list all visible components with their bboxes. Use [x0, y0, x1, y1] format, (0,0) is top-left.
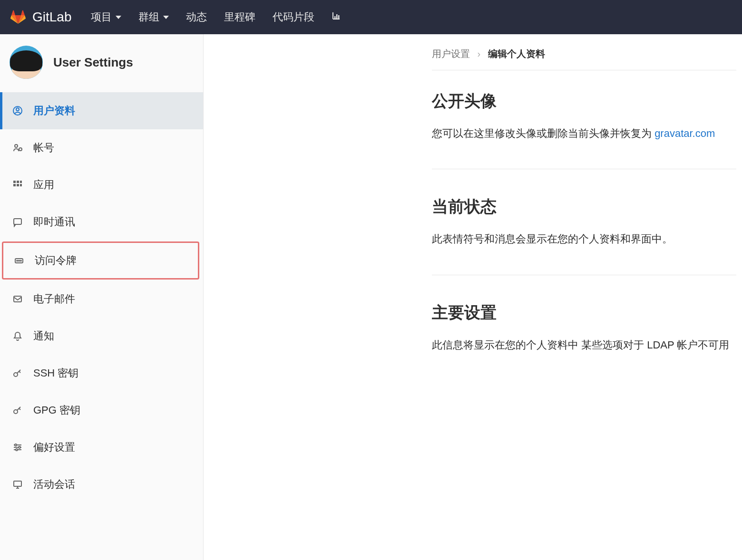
avatar[interactable]	[10, 46, 43, 79]
sidebar-item-notifications[interactable]: 通知	[0, 318, 203, 355]
svg-point-15	[17, 261, 18, 261]
key-icon	[12, 368, 23, 378]
nav-projects[interactable]: 项目	[91, 10, 121, 24]
chevron-down-icon	[116, 16, 121, 19]
svg-rect-9	[20, 181, 22, 183]
sidebar-item-chat[interactable]: 即时通讯	[0, 203, 203, 241]
nav-milestones[interactable]: 里程碑	[224, 10, 255, 24]
chart-icon	[332, 11, 341, 23]
section-title: 公开头像	[432, 90, 736, 112]
svg-point-22	[19, 446, 20, 448]
svg-point-21	[15, 444, 17, 446]
svg-point-20	[14, 410, 18, 414]
preferences-icon	[12, 442, 23, 453]
apps-icon	[12, 180, 23, 190]
svg-point-19	[14, 373, 18, 377]
sidebar-item-emails[interactable]: 电子邮件	[0, 280, 203, 318]
gpg-key-icon	[12, 405, 23, 415]
sidebar-item-profile[interactable]: 用户资料	[0, 92, 203, 129]
svg-rect-0	[334, 16, 336, 19]
sidebar-item-label: 通知	[33, 329, 54, 343]
account-icon	[12, 143, 23, 153]
sidebar-item-gpg-keys[interactable]: GPG 密钥	[0, 392, 203, 429]
settings-sidebar: User Settings 用户资料 帐号 应用 即时通讯	[0, 34, 204, 560]
notification-icon	[12, 331, 23, 341]
main-content: 用户设置 › 编辑个人资料 公开头像 您可以在这里修改头像或删除当前头像并恢复为…	[204, 34, 742, 560]
sidebar-item-sessions[interactable]: 活动会话	[0, 466, 203, 503]
gravatar-link[interactable]: gravatar.com	[654, 127, 715, 139]
chevron-down-icon	[163, 16, 169, 19]
sidebar-item-label: GPG 密钥	[33, 403, 80, 417]
sidebar-item-label: 应用	[33, 178, 54, 192]
section-main-settings: 主要设置 此信息将显示在您的个人资料中 某些选项对于 LDAP 帐户不可用	[432, 302, 736, 380]
svg-rect-10	[13, 184, 16, 186]
sidebar-header: User Settings	[0, 34, 203, 92]
svg-point-16	[19, 261, 20, 261]
svg-rect-11	[17, 184, 19, 186]
gitlab-logo-text: GitLab	[32, 10, 72, 25]
sidebar-item-label: 即时通讯	[33, 215, 75, 229]
svg-rect-24	[14, 481, 21, 486]
sidebar-item-label: 帐号	[33, 141, 54, 155]
sidebar-title: User Settings	[53, 55, 133, 70]
svg-rect-1	[336, 14, 338, 19]
section-public-avatar: 公开头像 您可以在这里修改头像或删除当前头像并恢复为 gravatar.com	[432, 90, 736, 169]
section-description: 您可以在这里修改头像或删除当前头像并恢复为 gravatar.com	[432, 125, 736, 142]
token-icon	[14, 255, 24, 266]
email-icon	[12, 294, 23, 304]
sidebar-item-preferences[interactable]: 偏好设置	[0, 429, 203, 466]
sidebar-item-ssh-keys[interactable]: SSH 密钥	[0, 355, 203, 392]
navbar-menu: 项目 群组 动态 里程碑 代码片段	[91, 10, 341, 24]
svg-rect-7	[13, 181, 16, 183]
svg-point-4	[16, 108, 19, 111]
sidebar-item-label: SSH 密钥	[33, 366, 78, 380]
profile-icon	[12, 106, 23, 116]
sidebar-item-account[interactable]: 帐号	[0, 129, 203, 166]
sidebar-item-label: 活动会话	[33, 477, 75, 492]
sidebar-item-label: 访问令牌	[35, 253, 77, 268]
top-navbar: GitLab 项目 群组 动态 里程碑 代码片段	[0, 0, 742, 34]
svg-rect-2	[338, 15, 340, 19]
chat-icon	[12, 217, 23, 227]
sessions-icon	[12, 479, 23, 490]
section-title: 当前状态	[432, 196, 736, 218]
sidebar-item-access-tokens[interactable]: 访问令牌	[2, 241, 199, 280]
sidebar-item-label: 偏好设置	[33, 440, 75, 454]
sidebar-item-label: 用户资料	[33, 104, 75, 118]
nav-activity[interactable]: 动态	[186, 10, 207, 24]
svg-rect-18	[14, 296, 21, 302]
svg-rect-13	[14, 219, 21, 224]
breadcrumb-separator: ›	[478, 48, 481, 59]
svg-point-5	[15, 145, 18, 147]
section-description: 此信息将显示在您的个人资料中 某些选项对于 LDAP 帐户不可用	[432, 336, 736, 354]
sidebar-item-label: 电子邮件	[33, 292, 75, 306]
section-title: 主要设置	[432, 302, 736, 324]
gitlab-logo-icon	[10, 8, 27, 27]
sidebar-item-applications[interactable]: 应用	[0, 166, 203, 203]
gitlab-logo[interactable]: GitLab	[10, 8, 72, 27]
nav-groups[interactable]: 群组	[138, 10, 169, 24]
breadcrumb-parent[interactable]: 用户设置	[432, 48, 470, 59]
nav-analytics[interactable]	[332, 11, 341, 23]
nav-snippets[interactable]: 代码片段	[273, 10, 314, 24]
svg-rect-12	[20, 184, 22, 186]
section-current-status: 当前状态 此表情符号和消息会显示在您的个人资料和界面中。	[432, 196, 736, 275]
svg-point-17	[20, 261, 21, 261]
breadcrumb-current: 编辑个人资料	[488, 48, 545, 59]
svg-rect-8	[17, 181, 19, 183]
breadcrumb: 用户设置 › 编辑个人资料	[432, 48, 736, 70]
section-description: 此表情符号和消息会显示在您的个人资料和界面中。	[432, 230, 736, 248]
svg-point-23	[16, 449, 18, 451]
